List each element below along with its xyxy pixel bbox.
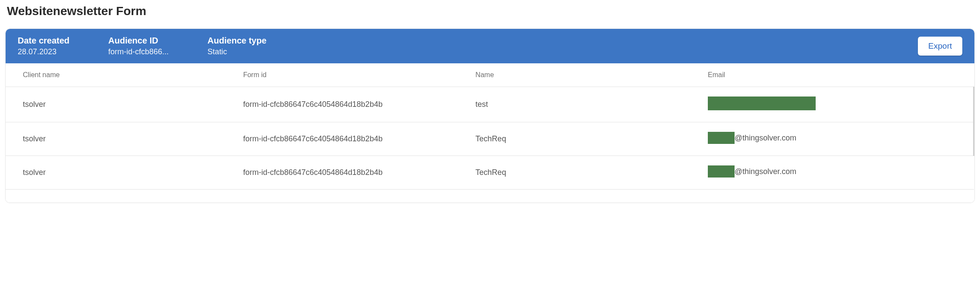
audience-card: Date created 28.07.2023 Audience ID form…	[5, 28, 975, 203]
table-header-row: Client name Form id Name Email	[6, 63, 974, 87]
card-header: Date created 28.07.2023 Audience ID form…	[6, 29, 974, 63]
cell-client-name: tsolver	[6, 87, 238, 122]
table-row[interactable]: tsolver form-id-cfcb86647c6c4054864d18b2…	[6, 156, 974, 190]
cell-email: @thingsolver.com	[703, 156, 974, 190]
data-table: Client name Form id Name Email tsolver f…	[6, 63, 974, 190]
cell-name: TechReq	[470, 156, 703, 190]
col-header-name[interactable]: Name	[470, 63, 703, 87]
email-visible-text: @thingsolver.com	[735, 167, 796, 176]
date-created-field: Date created 28.07.2023	[18, 36, 69, 56]
cell-client-name: tsolver	[6, 156, 238, 190]
cell-name: TechReq	[470, 122, 703, 156]
export-button[interactable]: Export	[918, 37, 962, 56]
table-row[interactable]: tsolver form-id-cfcb86647c6c4054864d18b2…	[6, 87, 974, 122]
audience-type-value: Static	[207, 47, 267, 56]
cell-email	[703, 87, 974, 122]
email-visible-text: @thingsolver.com	[735, 134, 796, 143]
audience-id-field: Audience ID form-id-cfcb866...	[108, 36, 169, 56]
audience-type-field: Audience type Static	[207, 36, 267, 56]
cell-name: test	[470, 87, 703, 122]
cell-client-name: tsolver	[6, 122, 238, 156]
audience-type-label: Audience type	[207, 36, 267, 46]
redacted-block	[708, 97, 816, 110]
redacted-block	[708, 132, 735, 144]
audience-id-value: form-id-cfcb866...	[108, 47, 169, 56]
cell-form-id: form-id-cfcb86647c6c4054864d18b2b4b	[238, 156, 471, 190]
audience-id-label: Audience ID	[108, 36, 169, 46]
col-header-client-name[interactable]: Client name	[6, 63, 238, 87]
cell-email: @thingsolver.com	[703, 122, 974, 156]
col-header-email[interactable]: Email	[703, 63, 974, 87]
cell-form-id: form-id-cfcb86647c6c4054864d18b2b4b	[238, 87, 471, 122]
date-created-label: Date created	[18, 36, 69, 46]
redacted-block	[708, 165, 735, 178]
table-row[interactable]: tsolver form-id-cfcb86647c6c4054864d18b2…	[6, 122, 974, 156]
table-container: Client name Form id Name Email tsolver f…	[6, 63, 974, 202]
page-title: Websitenewsletter Form	[7, 4, 975, 18]
cell-form-id: form-id-cfcb86647c6c4054864d18b2b4b	[238, 122, 471, 156]
col-header-form-id[interactable]: Form id	[238, 63, 471, 87]
date-created-value: 28.07.2023	[18, 47, 69, 56]
